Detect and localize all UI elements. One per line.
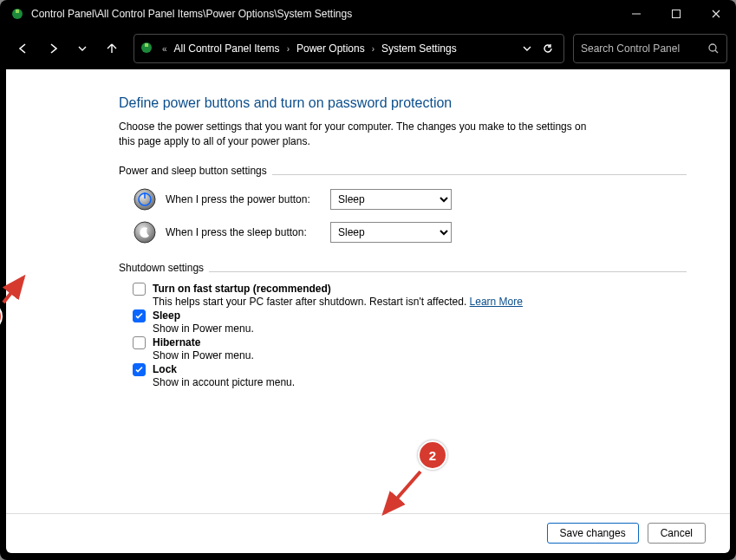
breadcrumb-seg-0[interactable]: All Control Panel Items <box>171 41 283 56</box>
annotation-badge-2: 2 <box>418 440 447 470</box>
hibernate-option-desc: Show in Power menu. <box>153 349 704 361</box>
refresh-button[interactable] <box>537 42 558 55</box>
svg-rect-1 <box>16 10 19 13</box>
lock-option-title: Lock <box>153 363 177 375</box>
svg-point-7 <box>134 189 155 210</box>
breadcrumb-prefix: « <box>162 44 167 54</box>
sleep-icon <box>133 220 157 244</box>
svg-rect-3 <box>673 10 681 18</box>
fast-startup-title: Turn on fast startup (recommended) <box>153 283 331 295</box>
back-button[interactable] <box>10 36 36 62</box>
learn-more-link[interactable]: Learn More <box>470 296 523 308</box>
fast-startup-row: Turn on fast startup (recommended) This … <box>133 283 704 308</box>
svg-rect-5 <box>145 43 148 47</box>
up-button[interactable] <box>99 36 125 62</box>
sleep-option-title: Sleep <box>153 309 180 322</box>
recent-locations-button[interactable] <box>69 36 95 62</box>
annotation-arrow-1 <box>0 270 34 307</box>
lock-option-desc: Show in account picture menu. <box>153 376 704 388</box>
svg-rect-2 <box>632 14 641 15</box>
sleep-button-label: When I press the sleep button: <box>166 226 330 238</box>
annotation-badge-1: 1 <box>0 302 3 331</box>
chevron-right-icon: › <box>372 44 375 54</box>
search-box[interactable]: Search Control Panel <box>573 34 727 63</box>
chevron-right-icon: › <box>287 44 290 54</box>
search-placeholder: Search Control Panel <box>581 42 707 55</box>
lock-checkbox[interactable] <box>133 363 146 376</box>
hibernate-checkbox[interactable] <box>133 336 146 349</box>
nav-row: « All Control Panel Items › Power Option… <box>0 28 736 69</box>
save-changes-button[interactable]: Save changes <box>547 523 639 544</box>
hibernate-option-row: Hibernate Show in Power menu. <box>133 336 704 361</box>
power-button-label: When I press the power button: <box>166 193 330 205</box>
forward-button[interactable] <box>40 36 66 62</box>
sleep-checkbox[interactable] <box>133 309 146 322</box>
annotation-arrow-2 <box>377 468 426 520</box>
power-button-section-head: Power and sleep button settings <box>119 165 687 179</box>
sleep-option-desc: Show in Power menu. <box>153 322 704 335</box>
address-bar[interactable]: « All Control Panel Items › Power Option… <box>134 34 564 63</box>
content-area: Define power buttons and turn on passwor… <box>6 69 730 553</box>
lock-option-row: Lock Show in account picture menu. <box>133 363 704 388</box>
address-history-button[interactable] <box>517 43 537 54</box>
sleep-button-select[interactable]: Sleep <box>330 222 452 243</box>
control-panel-icon <box>140 41 155 56</box>
hibernate-option-title: Hibernate <box>153 336 200 348</box>
power-button-section-label: Power and sleep button settings <box>119 165 267 179</box>
window: Control Panel\All Control Panel Items\Po… <box>0 0 736 560</box>
close-button[interactable] <box>696 0 736 28</box>
sleep-button-row: When I press the sleep button: Sleep <box>133 220 704 244</box>
minimize-button[interactable] <box>616 0 656 28</box>
svg-rect-9 <box>144 192 146 199</box>
power-button-select[interactable]: Sleep <box>330 189 452 210</box>
svg-point-6 <box>709 44 716 51</box>
window-title: Control Panel\All Control Panel Items\Po… <box>31 8 616 20</box>
footer: Save changes Cancel <box>6 513 730 553</box>
fast-startup-checkbox[interactable] <box>133 283 146 296</box>
page-heading: Define power buttons and turn on passwor… <box>119 95 704 111</box>
power-icon <box>133 187 157 212</box>
power-button-row: When I press the power button: Sleep <box>133 187 704 212</box>
search-icon <box>707 42 720 55</box>
control-panel-icon <box>10 7 24 21</box>
page-description: Choose the power settings that you want … <box>119 120 604 149</box>
breadcrumb-seg-1[interactable]: Power Options <box>293 41 368 56</box>
cancel-button[interactable]: Cancel <box>648 523 706 544</box>
fast-startup-desc: This helps start your PC faster after sh… <box>153 296 704 308</box>
shutdown-section-head: Shutdown settings <box>119 262 687 276</box>
maximize-button[interactable] <box>656 0 696 28</box>
breadcrumb-seg-2[interactable]: System Settings <box>378 41 460 56</box>
titlebar: Control Panel\All Control Panel Items\Po… <box>0 0 736 28</box>
shutdown-section-label: Shutdown settings <box>119 262 204 276</box>
sleep-option-row: Sleep Show in Power menu. <box>133 309 704 335</box>
